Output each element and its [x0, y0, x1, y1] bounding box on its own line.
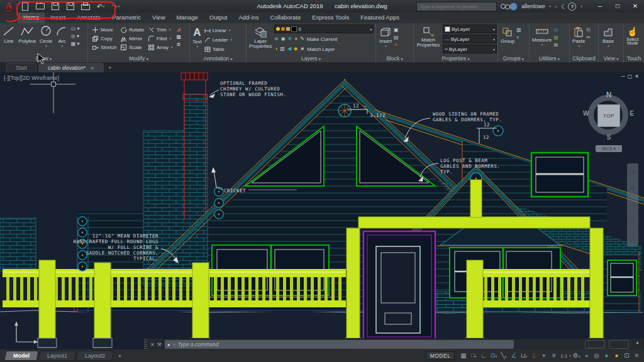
tab-express-tools[interactable]: Express Tools — [306, 13, 355, 23]
table-button[interactable]: Table — [204, 45, 232, 53]
snap-toggle[interactable]: ∷▾ — [469, 350, 478, 362]
file-tab-start[interactable]: Start — [6, 63, 36, 72]
modify-panel-label[interactable]: Modify ▾ — [88, 55, 189, 62]
leader-button[interactable]: Leader▾ — [204, 35, 232, 44]
tab-manage[interactable]: Manage — [171, 13, 204, 23]
tab-add-ins[interactable]: Add-ins — [233, 13, 264, 23]
file-tab-close-icon[interactable]: ✕ — [91, 66, 94, 70]
rotate-button[interactable]: Rotate — [120, 25, 144, 34]
navigation-bar[interactable]: ◎ ✥ ⊕ ↻ ▷ — [627, 163, 638, 246]
app-store-icon[interactable]: ▫ — [555, 3, 557, 10]
tab-home[interactable]: Home — [18, 13, 45, 23]
layer-prev-icon[interactable]: ◀ — [287, 46, 291, 52]
cut-icon[interactable]: ✂ — [586, 35, 591, 41]
redo-button[interactable]: ↷▾ — [111, 2, 121, 11]
isodraft-toggle[interactable]: ╲▾ — [499, 350, 508, 362]
close-button[interactable]: ✕ — [626, 0, 644, 13]
settings-gear-icon[interactable]: ⚙▾ — [572, 350, 581, 362]
tab-view[interactable]: View — [147, 13, 170, 23]
select-mode-button[interactable]: ☝ Select Mode — [626, 26, 638, 45]
command-options-button[interactable] — [609, 340, 629, 349]
open-file-button[interactable] — [35, 2, 45, 11]
copy-clip-icon[interactable]: ⎘ — [586, 27, 591, 33]
draw-panel-label[interactable]: Draw ▾ — [0, 55, 87, 62]
offset-icon[interactable]: ≣ — [177, 41, 182, 48]
match-layer-button[interactable]: Match Layer — [307, 47, 335, 52]
quick-select-icon[interactable]: ▭ — [553, 27, 558, 33]
layer-freeze-tool-icon[interactable]: ❄ — [288, 36, 292, 42]
id-point-icon[interactable]: ⊞ — [553, 42, 558, 48]
user-avatar[interactable] — [509, 3, 518, 11]
annotation-scale[interactable]: 1:1 — [560, 353, 567, 359]
scale-button[interactable]: Scale — [120, 43, 144, 52]
circle-button[interactable]: Circle▾ — [39, 25, 53, 48]
command-expand-icon[interactable]: ▲ — [635, 340, 640, 349]
viewcube-top-face[interactable]: TOP — [597, 104, 620, 127]
groups-panel-label[interactable]: Groups ▾ — [498, 55, 529, 62]
move-button[interactable]: Move — [92, 25, 116, 34]
layer-unisolate-icon[interactable]: ◉ — [281, 36, 286, 42]
tab-featured-apps[interactable]: Featured Apps — [355, 13, 405, 23]
viewcube-south[interactable]: S — [586, 134, 632, 141]
dynamic-ucs-toggle[interactable]: ⊥ — [529, 350, 538, 361]
signed-in-user[interactable]: allenlowe — [521, 3, 545, 9]
wcs-dropdown[interactable]: WCS ▾ — [596, 145, 622, 152]
layer-isolate-icon[interactable]: ◈ — [274, 36, 278, 42]
layer-properties-button[interactable]: Layer Properties — [249, 26, 272, 53]
polar-tracking-toggle[interactable]: ⊙▾ — [489, 350, 498, 362]
viewcube-north[interactable]: N — [586, 90, 632, 99]
edit-block-icon[interactable]: ▤ — [394, 35, 399, 41]
command-close-icon[interactable]: ✕ — [150, 342, 155, 348]
line-button[interactable]: Line — [2, 25, 16, 44]
copy-button[interactable]: Copy — [92, 34, 116, 43]
save-as-button[interactable] — [65, 2, 75, 11]
match-layer-icon[interactable]: ★ — [300, 46, 304, 52]
quick-calc-icon[interactable]: ▦ — [553, 35, 558, 41]
zoom-icon[interactable]: ⊕ — [630, 202, 635, 208]
search-binoculars-icon[interactable] — [501, 4, 506, 9]
new-file-button[interactable] — [20, 2, 30, 11]
orbit-icon[interactable]: ↻ — [630, 218, 635, 224]
dynamic-input-toggle[interactable]: ⌖ — [539, 350, 548, 361]
mirror-button[interactable]: Mirror — [120, 34, 144, 43]
linetype-combo[interactable]: — ByLayer▾ — [443, 35, 497, 43]
autocad-logo-icon[interactable]: A — [2, 0, 16, 12]
isolate-objects-icon[interactable]: ◎ — [592, 350, 601, 361]
command-customize-icon[interactable]: ⚒ — [157, 342, 162, 348]
polyline-button[interactable]: Polyline — [18, 25, 36, 44]
layer-match-icon[interactable]: ▧ — [280, 46, 285, 52]
undo-button[interactable]: ↶▾ — [96, 2, 106, 11]
clean-screen-icon[interactable]: ⊡ — [622, 350, 631, 361]
paste-button[interactable]: Paste▾ — [572, 26, 585, 48]
layer-walk-icon[interactable]: ◑ — [274, 46, 277, 52]
object-snap-tracking-toggle[interactable]: ⊔▾ — [519, 350, 528, 362]
erase-icon[interactable]: ◢ — [177, 26, 182, 33]
command-input[interactable]: ▸ ▾ Type a command — [165, 340, 514, 349]
view-panel-label[interactable]: View ▾ — [599, 55, 623, 62]
help-caret-icon[interactable]: ▾ — [580, 4, 582, 8]
user-menu-caret-icon[interactable]: ▾ — [550, 4, 552, 8]
drawing-window-controls[interactable]: ─▢✕ — [621, 74, 641, 79]
make-current-button[interactable]: Make Current — [307, 36, 337, 42]
file-tab-drawing[interactable]: cabin elevation*✕ — [38, 63, 104, 72]
array-button[interactable]: Array▾ — [148, 43, 173, 52]
plot-button[interactable] — [80, 2, 91, 11]
tab-insert[interactable]: Insert — [45, 13, 71, 23]
hatch-tool-icon[interactable]: ▦ ▾ — [71, 41, 80, 47]
ungroup-icon[interactable]: ▥ — [516, 27, 521, 33]
layers-panel-label[interactable]: Layers ▾ — [247, 55, 375, 62]
save-button[interactable] — [50, 2, 60, 11]
trim-button[interactable]: Trim▾ — [148, 25, 173, 34]
viewcube-east[interactable]: E — [630, 110, 634, 117]
layer-lock-tool-icon[interactable]: ◆ — [294, 46, 297, 52]
group-edit-icon[interactable]: ▾ — [516, 35, 521, 41]
lineweight-combo[interactable]: ━ ByLayer▾ — [443, 45, 497, 53]
maximize-button[interactable]: □ — [609, 0, 626, 13]
new-layout-button[interactable]: ＋ — [117, 352, 123, 360]
lineweight-toggle[interactable]: ≡ — [549, 350, 558, 361]
command-line[interactable]: ✕ ⚒ ▸ ▾ Type a command ▲ — [143, 338, 644, 349]
layer-select-combo[interactable]: 0 ▾ — [274, 25, 374, 33]
block-attributes-icon[interactable]: ✦ — [394, 42, 399, 48]
minimize-button[interactable]: – — [591, 0, 609, 13]
customization-menu-icon[interactable]: ≡ — [632, 350, 641, 361]
